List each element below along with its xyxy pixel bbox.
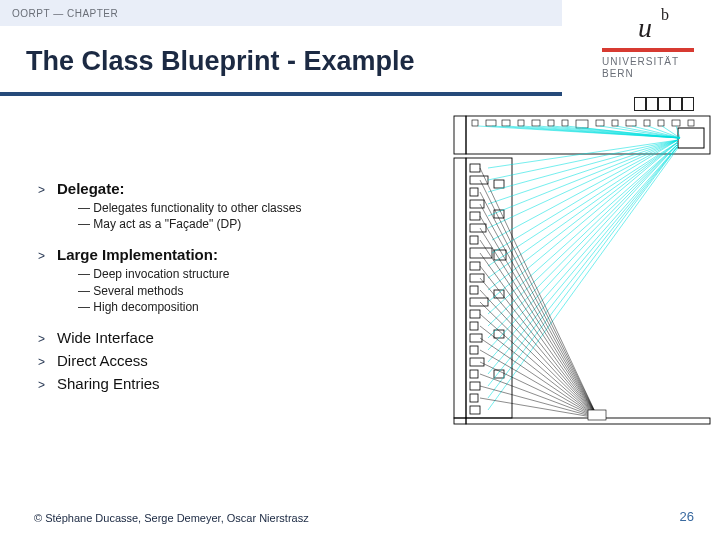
university-logo: u b UNIVERSITÄT BERN (602, 6, 694, 92)
svg-rect-47 (470, 322, 478, 330)
svg-line-87 (480, 228, 598, 418)
mini-box (634, 97, 646, 111)
svg-line-88 (480, 240, 598, 418)
svg-rect-49 (470, 346, 478, 354)
svg-line-79 (488, 146, 678, 386)
header-tag: OORPT — CHAPTER (12, 8, 118, 19)
content-list: > Delegate: Delegates functionality to o… (38, 180, 398, 398)
svg-rect-39 (470, 224, 486, 232)
svg-rect-54 (470, 406, 480, 414)
svg-rect-37 (470, 200, 484, 208)
sub-bullet: High decomposition (78, 299, 398, 315)
bullet-sharing-entries: > Sharing Entries (38, 375, 398, 392)
svg-rect-38 (470, 212, 480, 220)
svg-line-90 (480, 266, 598, 418)
svg-rect-45 (470, 298, 488, 306)
svg-rect-5 (518, 120, 524, 126)
class-blueprint-diagram (448, 110, 716, 428)
svg-rect-0 (454, 116, 466, 154)
svg-rect-13 (644, 120, 650, 126)
svg-line-68 (492, 140, 678, 253)
svg-line-81 (488, 148, 678, 410)
mini-box-row (634, 97, 694, 111)
mini-box (658, 97, 670, 111)
sub-bullet: Delegates functionality to other classes (78, 200, 398, 216)
svg-line-71 (488, 142, 678, 290)
bullet-large-impl: > Large Implementation: Deep invocation … (38, 246, 398, 315)
svg-rect-11 (612, 120, 618, 126)
svg-rect-58 (494, 290, 504, 298)
svg-rect-51 (470, 370, 478, 378)
bullet-label: Large Implementation: (57, 246, 218, 263)
svg-rect-4 (502, 120, 510, 126)
bullet-label: Direct Access (57, 352, 148, 369)
svg-line-94 (480, 314, 598, 418)
svg-rect-2 (472, 120, 478, 126)
bullet-label: Sharing Entries (57, 375, 160, 392)
svg-line-98 (480, 362, 598, 418)
svg-rect-17 (678, 128, 704, 148)
svg-line-73 (488, 144, 678, 314)
svg-line-100 (480, 386, 598, 418)
svg-rect-55 (494, 180, 504, 188)
svg-line-64 (488, 140, 678, 204)
svg-rect-7 (548, 120, 554, 126)
header-bar: OORPT — CHAPTER (0, 0, 562, 26)
svg-rect-104 (588, 410, 606, 420)
svg-rect-42 (470, 262, 480, 270)
svg-line-70 (488, 142, 678, 278)
svg-rect-12 (626, 120, 636, 126)
title-rule (0, 92, 562, 96)
svg-rect-46 (470, 310, 480, 318)
bullet-marker: > (38, 355, 45, 369)
page-number: 26 (680, 509, 694, 524)
svg-rect-34 (470, 164, 480, 172)
svg-line-78 (488, 146, 678, 374)
svg-rect-3 (486, 120, 496, 126)
svg-rect-6 (532, 120, 540, 126)
bullet-wide-interface: > Wide Interface (38, 329, 398, 346)
svg-rect-8 (562, 120, 568, 126)
mini-box (682, 97, 694, 111)
svg-line-92 (480, 290, 598, 418)
svg-line-75 (488, 144, 678, 338)
footer: © Stéphane Ducasse, Serge Demeyer, Oscar… (34, 509, 694, 524)
logo-b-glyph: b (661, 6, 669, 24)
svg-rect-16 (688, 120, 694, 126)
slide: OORPT — CHAPTER The Class Blueprint - Ex… (0, 0, 720, 540)
svg-rect-9 (576, 120, 588, 128)
svg-rect-53 (470, 394, 478, 402)
bullet-marker: > (38, 249, 45, 263)
svg-line-74 (488, 144, 678, 326)
svg-line-67 (492, 140, 678, 240)
svg-rect-35 (470, 176, 488, 184)
svg-rect-52 (470, 382, 480, 390)
logo-text-1: UNIVERSITÄT (602, 56, 679, 67)
sub-bullet: Deep invocation structure (78, 266, 398, 282)
svg-rect-102 (454, 418, 466, 424)
svg-rect-43 (470, 274, 484, 282)
bullet-delegate: > Delegate: Delegates functionality to o… (38, 180, 398, 232)
svg-rect-50 (470, 358, 484, 366)
bullet-marker: > (38, 378, 45, 392)
logo-u-glyph: u (638, 12, 652, 44)
sub-bullet: Several methods (78, 283, 398, 299)
svg-rect-10 (596, 120, 604, 126)
logo-red-bar (602, 48, 694, 52)
page-title: The Class Blueprint - Example (26, 46, 415, 77)
svg-rect-40 (470, 236, 478, 244)
bullet-marker: > (38, 183, 45, 197)
svg-rect-14 (658, 120, 664, 126)
bullet-direct-access: > Direct Access (38, 352, 398, 369)
logo-text-2: BERN (602, 68, 634, 79)
bullet-label: Delegate: (57, 180, 125, 197)
svg-rect-15 (672, 120, 680, 126)
mini-box (670, 97, 682, 111)
title-bar: The Class Blueprint - Example (0, 26, 562, 96)
sub-bullet: May act as a "Façade" (DP) (78, 216, 398, 232)
svg-line-85 (480, 204, 598, 418)
copyright: © Stéphane Ducasse, Serge Demeyer, Oscar… (34, 512, 309, 524)
svg-line-76 (488, 144, 678, 350)
svg-rect-32 (454, 158, 466, 418)
bullet-marker: > (38, 332, 45, 346)
